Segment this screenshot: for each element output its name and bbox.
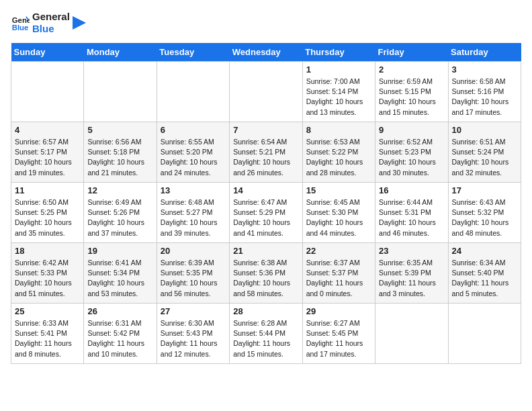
calendar-cell [375, 304, 448, 364]
day-info: Sunrise: 6:48 AM Sunset: 5:27 PM Dayligh… [161, 197, 226, 238]
day-number: 24 [452, 246, 517, 256]
day-number: 19 [87, 246, 152, 256]
day-info: Sunrise: 6:27 AM Sunset: 5:45 PM Dayligh… [306, 318, 371, 359]
calendar-cell: 1Sunrise: 7:00 AM Sunset: 5:14 PM Daylig… [302, 62, 375, 122]
calendar-week-row: 18Sunrise: 6:42 AM Sunset: 5:33 PM Dayli… [11, 243, 521, 304]
calendar-cell: 16Sunrise: 6:44 AM Sunset: 5:31 PM Dayli… [375, 183, 448, 243]
day-number: 17 [452, 185, 517, 195]
day-number: 21 [233, 246, 298, 256]
calendar-cell: 23Sunrise: 6:35 AM Sunset: 5:39 PM Dayli… [375, 243, 448, 304]
day-number: 7 [233, 125, 298, 135]
weekday-header-saturday: Saturday [448, 43, 521, 62]
day-number: 12 [87, 185, 152, 195]
day-number: 22 [306, 246, 371, 256]
weekday-header-sunday: Sunday [11, 43, 84, 62]
day-number: 1 [306, 64, 371, 75]
weekday-header-thursday: Thursday [302, 43, 375, 62]
calendar-week-row: 4Sunrise: 6:57 AM Sunset: 5:17 PM Daylig… [11, 122, 521, 183]
calendar-cell: 5Sunrise: 6:56 AM Sunset: 5:18 PM Daylig… [84, 122, 157, 183]
day-number: 4 [15, 125, 80, 135]
calendar-cell: 24Sunrise: 6:34 AM Sunset: 5:40 PM Dayli… [448, 243, 521, 304]
day-number: 5 [87, 125, 152, 135]
day-number: 14 [233, 185, 298, 195]
day-info: Sunrise: 6:42 AM Sunset: 5:33 PM Dayligh… [15, 258, 80, 299]
day-info: Sunrise: 6:41 AM Sunset: 5:34 PM Dayligh… [87, 258, 152, 299]
page-header: General Blue General Blue [11, 11, 521, 35]
day-info: Sunrise: 6:56 AM Sunset: 5:18 PM Dayligh… [87, 137, 152, 178]
day-number: 18 [15, 246, 80, 256]
calendar-cell: 20Sunrise: 6:39 AM Sunset: 5:35 PM Dayli… [157, 243, 229, 304]
day-info: Sunrise: 6:51 AM Sunset: 5:24 PM Dayligh… [452, 137, 517, 178]
day-number: 13 [161, 185, 226, 195]
day-number: 25 [15, 306, 80, 316]
svg-marker-3 [73, 16, 86, 30]
day-info: Sunrise: 6:50 AM Sunset: 5:25 PM Dayligh… [15, 197, 80, 238]
calendar-cell: 15Sunrise: 6:45 AM Sunset: 5:30 PM Dayli… [302, 183, 375, 243]
day-info: Sunrise: 7:00 AM Sunset: 5:14 PM Dayligh… [306, 77, 371, 118]
calendar-cell: 4Sunrise: 6:57 AM Sunset: 5:17 PM Daylig… [11, 122, 84, 183]
day-number: 10 [452, 125, 517, 135]
day-info: Sunrise: 6:55 AM Sunset: 5:20 PM Dayligh… [161, 137, 226, 178]
calendar-cell: 7Sunrise: 6:54 AM Sunset: 5:21 PM Daylig… [230, 122, 302, 183]
calendar-cell [448, 304, 521, 364]
weekday-header-friday: Friday [375, 43, 448, 62]
day-info: Sunrise: 6:30 AM Sunset: 5:43 PM Dayligh… [161, 318, 226, 359]
calendar-cell [84, 62, 157, 122]
day-info: Sunrise: 6:35 AM Sunset: 5:39 PM Dayligh… [379, 258, 444, 299]
day-info: Sunrise: 6:31 AM Sunset: 5:42 PM Dayligh… [87, 318, 152, 359]
day-number: 15 [306, 185, 371, 195]
day-info: Sunrise: 6:44 AM Sunset: 5:31 PM Dayligh… [379, 197, 444, 238]
calendar-cell: 13Sunrise: 6:48 AM Sunset: 5:27 PM Dayli… [157, 183, 229, 243]
calendar-cell: 21Sunrise: 6:38 AM Sunset: 5:36 PM Dayli… [230, 243, 302, 304]
logo-blue: Blue [32, 23, 70, 35]
calendar-cell [11, 62, 84, 122]
logo-icon: General Blue [11, 13, 30, 32]
calendar-week-row: 11Sunrise: 6:50 AM Sunset: 5:25 PM Dayli… [11, 183, 521, 243]
calendar-cell: 28Sunrise: 6:28 AM Sunset: 5:44 PM Dayli… [230, 304, 302, 364]
calendar-cell: 10Sunrise: 6:51 AM Sunset: 5:24 PM Dayli… [448, 122, 521, 183]
calendar-cell: 11Sunrise: 6:50 AM Sunset: 5:25 PM Dayli… [11, 183, 84, 243]
calendar-cell: 26Sunrise: 6:31 AM Sunset: 5:42 PM Dayli… [84, 304, 157, 364]
calendar-week-row: 1Sunrise: 7:00 AM Sunset: 5:14 PM Daylig… [11, 62, 521, 122]
calendar-cell: 19Sunrise: 6:41 AM Sunset: 5:34 PM Dayli… [84, 243, 157, 304]
day-info: Sunrise: 6:43 AM Sunset: 5:32 PM Dayligh… [452, 197, 517, 238]
day-info: Sunrise: 6:39 AM Sunset: 5:35 PM Dayligh… [161, 258, 226, 299]
day-info: Sunrise: 6:58 AM Sunset: 5:16 PM Dayligh… [452, 77, 517, 118]
day-number: 6 [161, 125, 226, 135]
weekday-header-row: SundayMondayTuesdayWednesdayThursdayFrid… [11, 43, 521, 62]
day-info: Sunrise: 6:52 AM Sunset: 5:23 PM Dayligh… [379, 137, 444, 178]
calendar-cell: 9Sunrise: 6:52 AM Sunset: 5:23 PM Daylig… [375, 122, 448, 183]
calendar-cell: 22Sunrise: 6:37 AM Sunset: 5:37 PM Dayli… [302, 243, 375, 304]
day-info: Sunrise: 6:45 AM Sunset: 5:30 PM Dayligh… [306, 197, 371, 238]
day-info: Sunrise: 6:47 AM Sunset: 5:29 PM Dayligh… [233, 197, 298, 238]
calendar-cell: 8Sunrise: 6:53 AM Sunset: 5:22 PM Daylig… [302, 122, 375, 183]
weekday-header-monday: Monday [84, 43, 157, 62]
day-number: 20 [161, 246, 226, 256]
day-number: 23 [379, 246, 444, 256]
calendar-cell: 29Sunrise: 6:27 AM Sunset: 5:45 PM Dayli… [302, 304, 375, 364]
calendar-week-row: 25Sunrise: 6:33 AM Sunset: 5:41 PM Dayli… [11, 304, 521, 364]
day-number: 11 [15, 185, 80, 195]
calendar-cell: 2Sunrise: 6:59 AM Sunset: 5:15 PM Daylig… [375, 62, 448, 122]
calendar-cell: 18Sunrise: 6:42 AM Sunset: 5:33 PM Dayli… [11, 243, 84, 304]
day-number: 16 [379, 185, 444, 195]
day-number: 27 [161, 306, 226, 316]
calendar-cell [157, 62, 229, 122]
day-info: Sunrise: 6:54 AM Sunset: 5:21 PM Dayligh… [233, 137, 298, 178]
day-info: Sunrise: 6:33 AM Sunset: 5:41 PM Dayligh… [15, 318, 80, 359]
day-number: 8 [306, 125, 371, 135]
day-number: 28 [233, 306, 298, 316]
svg-text:Blue: Blue [12, 24, 29, 32]
calendar-cell: 27Sunrise: 6:30 AM Sunset: 5:43 PM Dayli… [157, 304, 229, 364]
calendar-cell: 25Sunrise: 6:33 AM Sunset: 5:41 PM Dayli… [11, 304, 84, 364]
day-number: 2 [379, 64, 444, 75]
day-info: Sunrise: 6:37 AM Sunset: 5:37 PM Dayligh… [306, 258, 371, 299]
calendar-cell: 17Sunrise: 6:43 AM Sunset: 5:32 PM Dayli… [448, 183, 521, 243]
calendar-cell: 3Sunrise: 6:58 AM Sunset: 5:16 PM Daylig… [448, 62, 521, 122]
weekday-header-wednesday: Wednesday [230, 43, 302, 62]
calendar-table: SundayMondayTuesdayWednesdayThursdayFrid… [11, 43, 521, 364]
day-info: Sunrise: 6:28 AM Sunset: 5:44 PM Dayligh… [233, 318, 298, 359]
day-info: Sunrise: 6:34 AM Sunset: 5:40 PM Dayligh… [452, 258, 517, 299]
calendar-cell [230, 62, 302, 122]
day-info: Sunrise: 6:59 AM Sunset: 5:15 PM Dayligh… [379, 77, 444, 118]
